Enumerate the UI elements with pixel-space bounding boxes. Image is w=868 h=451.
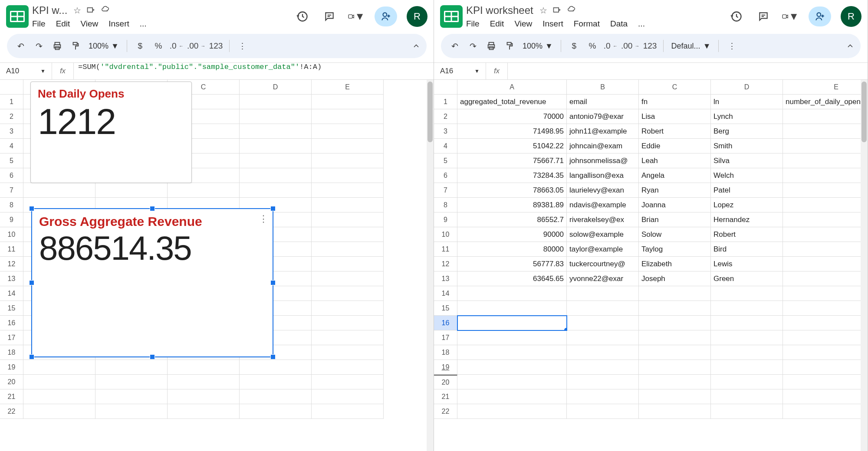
- row-header[interactable]: 18: [434, 345, 457, 360]
- cell[interactable]: [240, 375, 312, 389]
- cell[interactable]: tuckercourtney@: [567, 257, 639, 271]
- vertical-scrollbar[interactable]: [427, 80, 434, 451]
- row-header[interactable]: 19: [434, 360, 457, 375]
- cell[interactable]: [457, 360, 567, 375]
- cell[interactable]: [457, 330, 567, 345]
- menu-file[interactable]: File: [32, 19, 46, 29]
- cell[interactable]: [457, 301, 567, 316]
- cell[interactable]: Lynch: [711, 109, 783, 124]
- row-header[interactable]: 10: [434, 227, 457, 242]
- chart-menu-icon[interactable]: ⋮: [259, 213, 268, 225]
- cell[interactable]: 86552.7: [457, 212, 567, 227]
- cell[interactable]: 84: [783, 124, 868, 139]
- cell[interactable]: [783, 286, 868, 301]
- cell[interactable]: 200: [783, 242, 868, 257]
- cell[interactable]: Green: [711, 271, 783, 286]
- cell[interactable]: [639, 404, 711, 419]
- cell[interactable]: [639, 345, 711, 360]
- name-box[interactable]: A16▼: [434, 63, 486, 79]
- menu-format[interactable]: Format: [574, 19, 600, 29]
- comment-icon[interactable]: [755, 8, 772, 25]
- row-header[interactable]: 17: [434, 330, 457, 345]
- format-123-button[interactable]: 123: [642, 38, 658, 54]
- cell[interactable]: Leah: [639, 154, 711, 168]
- row-header[interactable]: 5: [0, 154, 23, 168]
- cell[interactable]: [240, 360, 312, 375]
- cell[interactable]: [240, 139, 312, 154]
- cell[interactable]: 63645.65: [457, 271, 567, 286]
- resize-handle[interactable]: [29, 206, 34, 211]
- cell[interactable]: 57: [783, 168, 868, 183]
- cell[interactable]: Ryan: [639, 183, 711, 198]
- cell[interactable]: [457, 286, 567, 301]
- cell[interactable]: Bird: [711, 242, 783, 257]
- cell[interactable]: [240, 124, 312, 139]
- cell[interactable]: 51042.22: [457, 139, 567, 154]
- format-123-button[interactable]: 123: [208, 38, 224, 54]
- cell[interactable]: [23, 360, 95, 375]
- row-header[interactable]: 16: [0, 316, 23, 330]
- cell[interactable]: 17: [783, 154, 868, 168]
- cell[interactable]: [240, 168, 312, 183]
- cell[interactable]: [639, 286, 711, 301]
- cell[interactable]: [711, 404, 783, 419]
- cloud-icon[interactable]: [100, 5, 110, 16]
- cell[interactable]: [312, 242, 384, 257]
- collapse-toolbar-icon[interactable]: [412, 42, 421, 50]
- cell[interactable]: [567, 301, 639, 316]
- cell[interactable]: [312, 271, 384, 286]
- row-header[interactable]: 2: [0, 109, 23, 124]
- cell[interactable]: [567, 375, 639, 389]
- row-header[interactable]: 12: [434, 257, 457, 271]
- row-header[interactable]: 21: [434, 389, 457, 404]
- zoom-select[interactable]: 100% ▼: [86, 42, 122, 51]
- cell[interactable]: 88: [783, 139, 868, 154]
- row-header[interactable]: 14: [434, 286, 457, 301]
- history-icon[interactable]: [294, 8, 311, 25]
- cell[interactable]: [711, 389, 783, 404]
- cell[interactable]: [567, 345, 639, 360]
- row-header[interactable]: 6: [0, 168, 23, 183]
- star-icon[interactable]: ☆: [539, 5, 547, 16]
- cell[interactable]: taylor@example: [567, 242, 639, 257]
- cell[interactable]: Elizabeth: [639, 257, 711, 271]
- cell[interactable]: [567, 389, 639, 404]
- cell[interactable]: Welch: [711, 168, 783, 183]
- paint-format-button[interactable]: [502, 38, 517, 54]
- cell[interactable]: [168, 183, 240, 198]
- increase-decimal-button[interactable]: .00 →: [187, 38, 206, 54]
- menu-insert[interactable]: Insert: [108, 19, 129, 29]
- cell[interactable]: Taylog: [639, 242, 711, 257]
- cell[interactable]: [783, 330, 868, 345]
- row-header[interactable]: 19: [0, 360, 23, 375]
- cell[interactable]: Patel: [711, 183, 783, 198]
- cell[interactable]: [95, 360, 168, 375]
- meet-icon[interactable]: ▼: [348, 8, 365, 25]
- cell[interactable]: [240, 154, 312, 168]
- cell[interactable]: [783, 345, 868, 360]
- cell[interactable]: [783, 316, 868, 330]
- column-header[interactable]: E: [783, 80, 868, 95]
- cell[interactable]: 68: [783, 257, 868, 271]
- row-header[interactable]: 5: [434, 154, 457, 168]
- cell[interactable]: [240, 109, 312, 124]
- scorecard-net-daily-opens[interactable]: Net Daily Opens 1212: [30, 82, 192, 183]
- cell[interactable]: 70000: [457, 109, 567, 124]
- font-select[interactable]: Defaul... ▼: [669, 42, 713, 51]
- row-header[interactable]: 22: [434, 404, 457, 419]
- menu-file[interactable]: File: [466, 19, 480, 29]
- more-toolbar-button[interactable]: ⋮: [724, 38, 740, 54]
- cell[interactable]: 90000: [457, 227, 567, 242]
- cell[interactable]: Joseph: [639, 271, 711, 286]
- cell[interactable]: john11@example: [567, 124, 639, 139]
- cell[interactable]: 73284.35: [457, 168, 567, 183]
- cell[interactable]: [168, 389, 240, 404]
- cell[interactable]: [312, 257, 384, 271]
- cell[interactable]: Berg: [711, 124, 783, 139]
- row-header[interactable]: 14: [0, 286, 23, 301]
- share-button[interactable]: [375, 7, 397, 26]
- redo-button[interactable]: ↷: [465, 38, 481, 54]
- redo-button[interactable]: ↷: [31, 38, 47, 54]
- cell[interactable]: [639, 316, 711, 330]
- increase-decimal-button[interactable]: .00 →: [621, 38, 640, 54]
